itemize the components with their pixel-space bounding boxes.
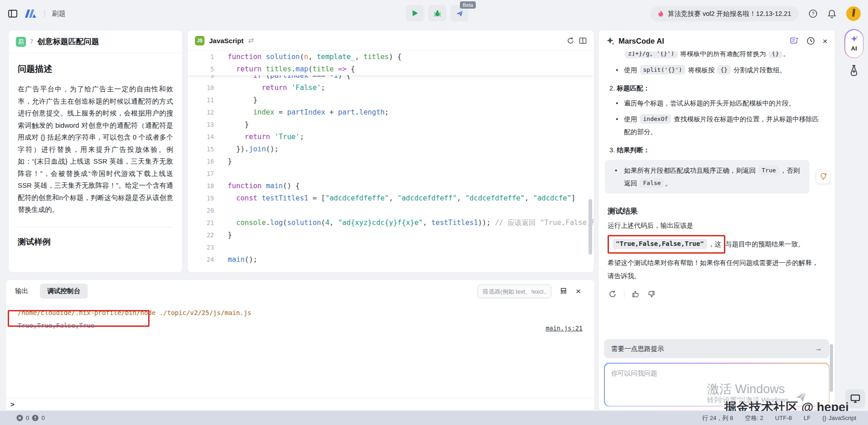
- difficulty-badge: 易: [16, 37, 26, 47]
- language-label: JavaScript: [209, 37, 244, 45]
- code-line: 16}: [188, 155, 594, 168]
- console-output: /home/cloudide/.nix-profile/bin/node ./t…: [6, 306, 594, 332]
- play-icon: [412, 10, 419, 17]
- javascript-icon: JS: [195, 36, 205, 45]
- thumbs-down-icon[interactable]: [647, 290, 655, 298]
- ai-block-bullet: •使用 indexOf 查找模板片段在标题中的位置，并从标题中移除匹配的部分。: [599, 113, 835, 138]
- console-panel: 输出 调试控制台 × /home/cloudide/.nix-profile/b…: [5, 280, 595, 410]
- arrow-right-icon: →: [815, 345, 822, 353]
- ai-block-bullet: •使用 split('{}') 将模板按 {} 分割成片段数组。: [599, 64, 835, 76]
- problems-status[interactable]: 0 0: [0, 415, 45, 421]
- prompt-chevron: >: [10, 400, 15, 408]
- tab-debug-console[interactable]: 调试控制台: [40, 284, 88, 299]
- split-editor-icon[interactable]: [579, 37, 587, 45]
- ai-block-bullet: •遍历每个标题，尝试从标题的开头开始匹配模板中的片段。: [599, 97, 835, 110]
- magic-lamp-icon[interactable]: [848, 65, 860, 77]
- close-panel-icon[interactable]: ×: [823, 37, 828, 45]
- paper-plane-icon: [456, 10, 464, 17]
- ai-panel-title: MarsCode AI: [619, 37, 664, 45]
- code-line: 24main();: [188, 254, 594, 266]
- beta-badge: Beta: [460, 1, 476, 9]
- console-input-row[interactable]: >: [6, 398, 594, 410]
- contest-notice-pill[interactable]: 算法竞技赛 vol2 开始报名啦！12.13-12.21: [650, 6, 798, 21]
- divider: |: [44, 10, 45, 18]
- bug-icon: [434, 10, 441, 17]
- run-button[interactable]: [406, 5, 424, 21]
- clear-console-icon[interactable]: [559, 287, 568, 295]
- code-line: 20: [188, 205, 594, 217]
- help-icon[interactable]: ?: [808, 9, 818, 18]
- ai-sparkle-icon: [606, 37, 614, 45]
- error-icon: [16, 415, 23, 421]
- code-lines[interactable]: 9 if (partIndex === -1) {10 return 'Fals…: [188, 75, 594, 266]
- lightbulb-hint-button[interactable]: [816, 170, 830, 184]
- code-area[interactable]: 1function solution(n, template_, titles)…: [188, 51, 594, 272]
- code-line: 11 }: [188, 94, 594, 106]
- code-line: 14 return 'True';: [188, 131, 594, 143]
- sticky-scroll-lines: 1function solution(n, template_, titles)…: [188, 51, 594, 75]
- red-annotation-box: "True,False,False,True"，这: [608, 235, 725, 254]
- tab-output[interactable]: 输出: [15, 287, 28, 295]
- suggestion-chip[interactable]: 需要一点思路提示 →: [604, 339, 829, 358]
- code-line: 18function main() {: [188, 180, 594, 192]
- close-console-icon[interactable]: ×: [576, 286, 581, 296]
- debug-button[interactable]: [428, 5, 446, 21]
- screen-share-button[interactable]: [845, 389, 865, 408]
- warning-count: 0: [41, 415, 45, 421]
- editor-header: JS JavaScript ⇄: [188, 30, 594, 51]
- reset-code-icon[interactable]: [567, 37, 574, 45]
- marscode-ai-panel: MarsCode AI × z]+}/g, '{}') 将模板中的所有通配符替换…: [598, 30, 835, 410]
- ai-block-num: 3. 结果判断：: [599, 141, 835, 155]
- console-filter-input[interactable]: [478, 285, 551, 298]
- ai-block-h: 测试结果: [599, 198, 835, 218]
- history-icon[interactable]: [806, 36, 815, 45]
- marscode-logo[interactable]: [24, 9, 37, 18]
- submit-button[interactable]: Beta: [450, 5, 469, 21]
- code-line: 5 return titles.map(title => {: [188, 63, 594, 75]
- ai-message-actions: [599, 284, 835, 298]
- language-mode[interactable]: {} JavaScript: [823, 415, 856, 421]
- problem-description: 在广告平台中，为了给广告主一定的自由性和效率，允许广告主在创造标题的时候以通配符…: [18, 83, 173, 216]
- console-log-line: True,True,False,True: [6, 319, 594, 332]
- regenerate-icon[interactable]: [609, 290, 617, 298]
- status-bar: 0 0 行 24，列 8 空格: 2 UTF-8 LF {} JavaScrip…: [0, 411, 868, 425]
- new-chat-icon[interactable]: [790, 36, 799, 45]
- code-line: 17: [188, 168, 594, 180]
- svg-text:?: ?: [812, 11, 814, 16]
- ai-assistant-pill-button[interactable]: AI: [844, 29, 863, 58]
- flame-icon: [658, 10, 664, 18]
- editor-scrollbar[interactable]: [589, 199, 592, 255]
- panel-toggle-icon[interactable]: [8, 10, 17, 18]
- cursor-position[interactable]: 行 24，列 8: [702, 414, 733, 422]
- code-line: 13 }: [188, 119, 594, 131]
- suggestion-label: 需要一点思路提示: [611, 345, 664, 353]
- eol-setting[interactable]: LF: [803, 415, 810, 421]
- code-line: 21 console.log(solution(4, "ad{xyz}cdc{y…: [188, 217, 594, 229]
- ai-sparkle-icon: [850, 35, 858, 43]
- ai-block-p: "True,False,False,True"，这与题目中的预期结果一致。: [599, 233, 835, 255]
- problem-number: 7: [30, 38, 33, 45]
- language-mode-label: JavaScript: [828, 415, 856, 421]
- language-swap-icon[interactable]: ⇄: [248, 36, 254, 45]
- editor-panel: JS JavaScript ⇄ 1function solution(n, te…: [187, 30, 594, 273]
- ai-panel-scrollbar[interactable]: [830, 344, 833, 392]
- ai-pill-label: AI: [851, 45, 857, 52]
- user-avatar[interactable]: [846, 6, 861, 21]
- ai-block-p: 运行上述代码后，输出应该是: [599, 218, 835, 233]
- braces-icon: {}: [823, 415, 827, 421]
- ai-block-clip: z]+}/g, '{}') 将模板中的所有通配符替换为 {}。: [599, 51, 835, 60]
- code-line: 19 const testTitles1 = ["adcdcefdfeffe",…: [188, 192, 594, 205]
- nav-label: 刷题: [52, 10, 65, 18]
- thumbs-up-icon[interactable]: [632, 290, 640, 298]
- code-line: 12 index = partIndex + part.length;: [188, 106, 594, 119]
- code-line: 1function solution(n, template_, titles)…: [188, 51, 594, 63]
- code-line: 23: [188, 241, 594, 254]
- monitor-icon: [850, 394, 860, 403]
- ai-block-p: 希望这个测试结果对你有帮助！如果你有任何问题或需要进一步的解释，请告诉我。: [599, 255, 835, 284]
- ai-block-bullet: •如果所有片段都匹配成功且顺序正确，则返回 True，否则返回 False。: [605, 160, 809, 194]
- notifications-bell-icon[interactable]: [828, 9, 836, 18]
- indentation-setting[interactable]: 空格: 2: [745, 414, 763, 422]
- send-message-icon[interactable]: [795, 391, 807, 403]
- samples-heading: 测试样例: [18, 236, 173, 247]
- encoding-setting[interactable]: UTF-8: [775, 415, 792, 421]
